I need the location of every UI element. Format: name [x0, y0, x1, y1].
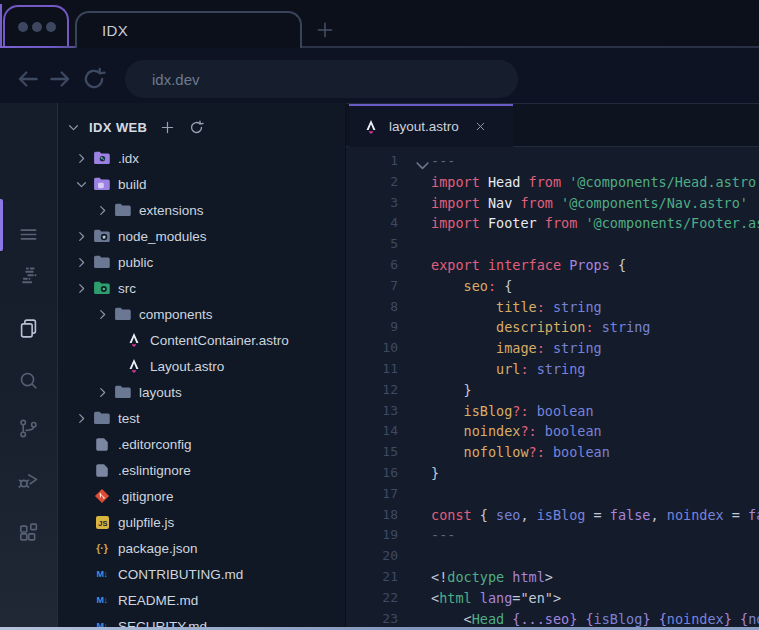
tree-item-gulpfile-js[interactable]: JS gulpfile.js	[58, 509, 345, 535]
code-line[interactable]: 20	[346, 546, 759, 567]
code-token: :	[488, 278, 496, 294]
tree-item-security-md[interactable]: M↓ SECURITY.md	[58, 613, 345, 627]
code-token: {	[496, 278, 512, 294]
editor-tabbar: layout.astro	[346, 103, 759, 147]
chevR-icon	[95, 203, 110, 218]
code-line[interactable]: 19 ---	[346, 525, 759, 546]
code-line[interactable]: 22 <html lang="en">	[346, 588, 759, 609]
tree-item-package-json[interactable]: {·} package.json	[58, 535, 345, 561]
tree-item-contentcontainer-astro[interactable]: ContentContainer.astro	[58, 327, 345, 353]
back-button[interactable]	[15, 66, 41, 92]
activity-item-source-control[interactable]	[17, 417, 40, 440]
tree-item-src[interactable]: src	[58, 275, 345, 301]
code-line[interactable]: 6 export interface Props {	[346, 255, 759, 276]
tree-item-build[interactable]: build	[58, 171, 345, 197]
tree-item-label: CONTRIBUTING.md	[118, 567, 243, 582]
code-line[interactable]: 7 seo: {	[346, 276, 759, 297]
tree-item-label: SECURITY.md	[118, 619, 207, 628]
chevR-icon	[74, 411, 89, 426]
editor-tab-layout-astro[interactable]: layout.astro	[349, 104, 513, 147]
code-line[interactable]: 1 ---	[346, 151, 759, 172]
activity-item-debug[interactable]	[17, 469, 40, 492]
code-line[interactable]: 13 isBlog?: boolean	[346, 401, 759, 422]
forward-button[interactable]	[47, 66, 73, 92]
tree-item-readme-md[interactable]: M↓ README.md	[58, 587, 345, 613]
explorer-header[interactable]: IDX WEB	[58, 111, 345, 143]
chevR-icon	[95, 385, 110, 400]
code-line[interactable]: 23 <Head {...seo} {isBlog} {noindex} {no…	[346, 609, 759, 627]
window-dot-icon[interactable]	[18, 22, 28, 32]
reload-button[interactable]	[81, 66, 107, 92]
refresh-icon	[188, 119, 205, 136]
tree-item-label: public	[118, 255, 153, 270]
refresh-explorer-button[interactable]	[188, 119, 205, 136]
code-line[interactable]: 11 url: string	[346, 359, 759, 380]
line-number: 18	[346, 505, 398, 526]
code-line[interactable]: 21 <!doctype html>	[346, 567, 759, 588]
code-line[interactable]: 15 nofollow?: boolean	[346, 442, 759, 463]
url-text: idx.dev	[152, 71, 200, 88]
code-token: boolean	[545, 444, 610, 460]
code-line[interactable]: 9 description: string	[346, 317, 759, 338]
menu-icon	[17, 223, 40, 246]
line-number: 17	[346, 484, 398, 505]
code-line[interactable]: 10 image: string	[346, 338, 759, 359]
url-bar[interactable]: idx.dev	[125, 60, 518, 98]
code-line[interactable]: 3 import Nav from '@components/Nav.astro…	[346, 193, 759, 214]
window-controls[interactable]	[3, 5, 69, 46]
window-dot-icon[interactable]	[46, 22, 56, 32]
code-token: export	[431, 257, 480, 273]
tree-item-components[interactable]: components	[58, 301, 345, 327]
code-line[interactable]: 14 noindex?: boolean	[346, 421, 759, 442]
code-line[interactable]: 5	[346, 234, 759, 255]
code-token: seo	[496, 507, 520, 523]
code-line[interactable]: 4 import Footer from '@components/Footer…	[346, 213, 759, 234]
new-file-button[interactable]	[159, 119, 176, 136]
tree-item-layout-astro[interactable]: Layout.astro	[58, 353, 345, 379]
code-token: noindex	[667, 507, 724, 523]
activity-item-files[interactable]	[17, 317, 40, 340]
line-number: 23	[346, 609, 398, 627]
code-token: :	[537, 340, 545, 356]
tree-item-gitignore[interactable]: .gitignore	[58, 483, 345, 509]
code-line[interactable]: 16 }	[346, 463, 759, 484]
tree-item-layouts[interactable]: layouts	[58, 379, 345, 405]
code-token: ,	[651, 507, 667, 523]
code-line[interactable]: 2 import Head from '@components/Head.ast…	[346, 172, 759, 193]
folder-src-icon	[93, 280, 111, 296]
activity-item-activity-sparks[interactable]	[17, 264, 40, 287]
code-token: }	[431, 382, 472, 398]
tree-item-test[interactable]: test	[58, 405, 345, 431]
tree-item-label: ContentContainer.astro	[150, 333, 289, 348]
tree-item-public[interactable]: public	[58, 249, 345, 275]
code-line[interactable]: 8 title: string	[346, 297, 759, 318]
code-token: }	[642, 611, 650, 627]
tree-item-editorconfig[interactable]: .editorconfig	[58, 431, 345, 457]
folder-icon	[114, 306, 132, 322]
line-number: 2	[346, 172, 398, 193]
chevron-down-icon[interactable]	[66, 120, 81, 135]
activity-item-search[interactable]	[17, 369, 40, 392]
code-area[interactable]: 1 --- 2 import Head from '@components/He…	[346, 147, 759, 627]
code-token: '@components/Nav.astro'	[553, 195, 748, 211]
tree-item-label: .editorconfig	[118, 437, 192, 452]
code-line[interactable]: 12 }	[346, 380, 759, 401]
tree-item-contributing-md[interactable]: M↓ CONTRIBUTING.md	[58, 561, 345, 587]
code-line[interactable]: 17	[346, 484, 759, 505]
tree-item-idx[interactable]: .idx	[58, 145, 345, 171]
activity-item-menu[interactable]	[17, 223, 40, 246]
close-tab-button[interactable]	[474, 120, 487, 133]
code-token: {	[610, 257, 626, 273]
activity-item-extensions[interactable]	[17, 521, 40, 544]
new-tab-button[interactable]	[314, 19, 336, 41]
code-line[interactable]: 18 const { seo, isBlog = false, noindex …	[346, 505, 759, 526]
window-dot-icon[interactable]	[32, 22, 42, 32]
code-token: Footer	[480, 215, 545, 231]
tree-item-extensions[interactable]: extensions	[58, 197, 345, 223]
browser-tab[interactable]: IDX	[75, 11, 302, 48]
chevD-icon	[74, 177, 89, 192]
tree-item-node-modules[interactable]: node_modules	[58, 223, 345, 249]
tree-item-eslintignore[interactable]: .eslintignore	[58, 457, 345, 483]
code-token	[472, 590, 480, 606]
code-token: html	[439, 590, 472, 606]
